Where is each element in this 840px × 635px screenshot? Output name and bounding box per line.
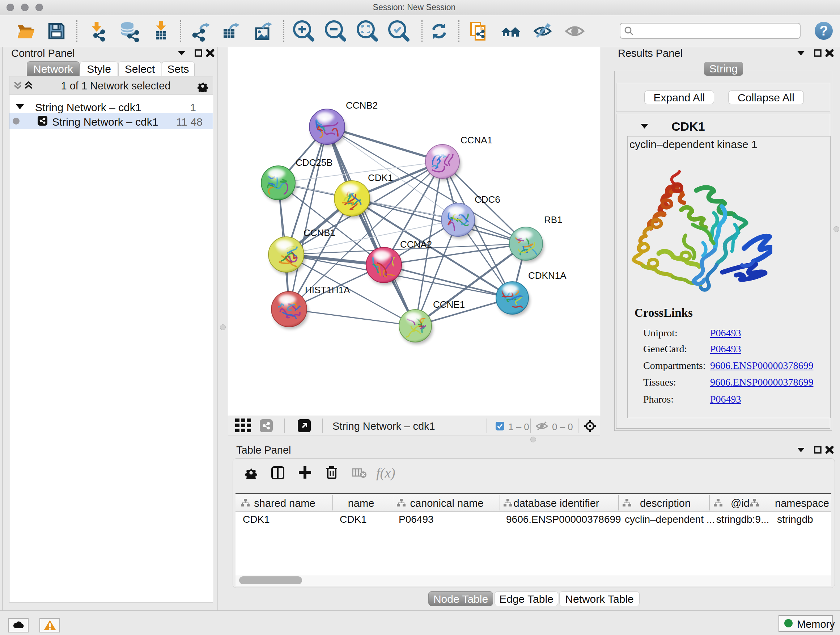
- svg-text:CDK1: CDK1: [368, 172, 393, 183]
- svg-text:RB1: RB1: [544, 214, 562, 225]
- svg-text:CDC25B: CDC25B: [295, 157, 333, 168]
- svg-text:CCNA2: CCNA2: [400, 239, 432, 250]
- svg-text:CDC6: CDC6: [475, 194, 500, 205]
- svg-text:HIST1H1A: HIST1H1A: [305, 285, 350, 295]
- svg-text:CCNB1: CCNB1: [303, 227, 335, 238]
- svg-text:CCNE1: CCNE1: [433, 299, 465, 310]
- svg-text:CDKN1A: CDKN1A: [528, 270, 567, 281]
- svg-text:CCNB2: CCNB2: [346, 100, 378, 111]
- svg-text:CCNA1: CCNA1: [461, 135, 493, 146]
